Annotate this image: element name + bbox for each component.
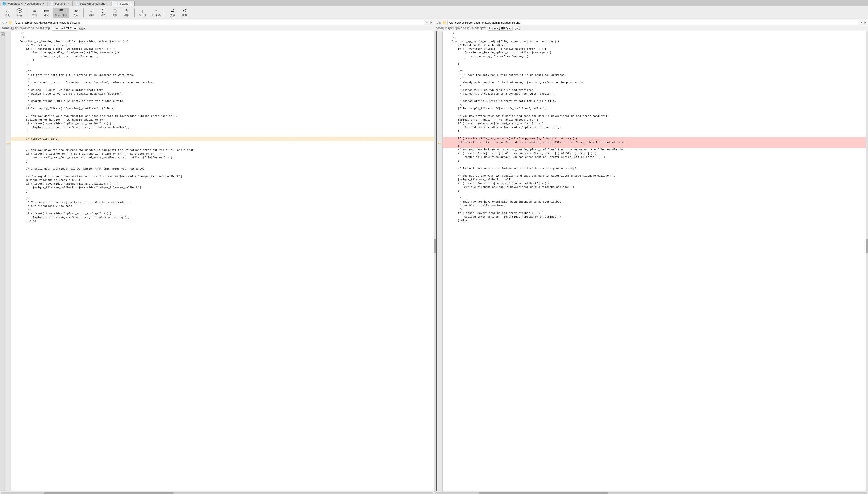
toolbar-reload-btn[interactable]: ↺ 重载 bbox=[179, 8, 190, 18]
code-line: */ bbox=[11, 36, 434, 40]
code-line bbox=[443, 170, 866, 174]
code-line: if ( ! function_exists( 'wp_handle_uploa… bbox=[11, 47, 434, 51]
code-line: */ bbox=[443, 208, 866, 211]
path-right-dropdown-icon[interactable]: ▼ bbox=[860, 21, 862, 24]
code-line: } bbox=[443, 189, 866, 193]
h-scrollbar-left[interactable] bbox=[0, 491, 434, 494]
format-icon: ⟨⟩ bbox=[101, 9, 105, 13]
toolbar-diff-btn[interactable]: ≠ 差别 bbox=[29, 8, 40, 18]
left-h-track[interactable] bbox=[1, 492, 433, 494]
toolbar-session-btn[interactable]: 💬 会话 bbox=[14, 8, 25, 18]
path-right-folder-icon: 📁 bbox=[443, 21, 447, 24]
code-line: // Install user overrides. Did we mentio… bbox=[443, 167, 866, 170]
tab-close-2[interactable]: ✕ bbox=[67, 2, 69, 5]
code-line bbox=[443, 193, 866, 196]
code-line: } bbox=[11, 62, 434, 66]
right-encoding-select[interactable]: Unicode (UTF-8) bbox=[488, 26, 513, 31]
right-code-scroll[interactable]: * */ function _wp_handle_upload( &$file,… bbox=[443, 31, 866, 491]
left-margin: − bbox=[0, 31, 5, 491]
code-line: function _wp_handle_upload( &$file, $ove… bbox=[443, 40, 866, 43]
code-line: * but historically has been. bbox=[11, 205, 434, 208]
next-diff-icon: ↓ bbox=[141, 9, 144, 13]
code-line: * Filters the data for a file before it … bbox=[443, 73, 866, 77]
toolbar-sep-3 bbox=[134, 8, 135, 17]
tab-wordpress[interactable]: 🌐 wordpress <--> Documents ✕ bbox=[0, 1, 47, 6]
path-left: ◁ ▷ 📁 ▼ ⚙ bbox=[2, 20, 432, 25]
left-encoding-select[interactable]: Unicode (UTF-8) bbox=[52, 26, 77, 31]
toolbar-format-label: 格式 bbox=[100, 14, 106, 17]
right-date: 2020年12月5日 下午5:04:47 bbox=[436, 27, 470, 30]
path-right-input[interactable] bbox=[448, 20, 859, 25]
code-line bbox=[11, 171, 434, 175]
code-line: $upload_error_strings = $overrides['uplo… bbox=[11, 216, 434, 220]
left-vscroll[interactable] bbox=[434, 31, 436, 491]
toolbar-edit-btn[interactable]: ✎ 编辑 bbox=[121, 8, 132, 18]
code-line: $unique_filename_callback = null; bbox=[11, 178, 434, 182]
toolbar-home-btn[interactable]: ⌂ 主页 bbox=[2, 8, 13, 18]
code-line: } bbox=[11, 190, 434, 193]
toolbar-diff-label: 差别 bbox=[32, 14, 37, 17]
tab-label-1: wordpress <--> Documents bbox=[8, 2, 41, 5]
toolbar-show-diff-label: 显示上下文 bbox=[55, 14, 68, 17]
left-code-scroll[interactable]: * */ function _wp_handle_upload( &$file,… bbox=[11, 31, 434, 491]
code-line: // You may define your own function and … bbox=[443, 174, 866, 178]
left-h-thumb[interactable] bbox=[44, 492, 173, 494]
code-line: $upload_error_handler = 'wp_handle_uploa… bbox=[443, 118, 866, 122]
tab-file[interactable]: 📄 file.php ✕ bbox=[112, 1, 135, 6]
path-left-gear-icon[interactable]: ⚙ bbox=[429, 21, 432, 24]
left-scroll-area: ⇒ * */ function _wp_handle_upload( &$fil… bbox=[5, 31, 436, 491]
code-line: } bbox=[443, 144, 866, 148]
code-line: if ( isset( $file['error'] ) && ! is_num… bbox=[443, 152, 866, 155]
path-left-dropdown-icon[interactable]: ▼ bbox=[426, 21, 428, 24]
right-h-track[interactable] bbox=[435, 492, 867, 494]
code-line: // (empty diff line) bbox=[11, 137, 434, 141]
toolbar-copy-btn[interactable]: ⊕ 复制 bbox=[110, 8, 120, 18]
left-margin-btn[interactable]: − bbox=[1, 32, 5, 36]
toolbar-rules-btn[interactable]: ≡ 规则 bbox=[86, 8, 97, 18]
h-scrollbar-right[interactable] bbox=[434, 491, 868, 494]
code-line: if ( isset( $file['error'] ) && ! is_num… bbox=[11, 152, 434, 156]
path-left-input[interactable] bbox=[13, 20, 425, 25]
tab-icon-4: 📄 bbox=[115, 2, 118, 5]
toolbar-next-btn[interactable]: ≫ 次更 bbox=[71, 8, 81, 18]
toolbar-show-diff-btn[interactable]: ☰ 显示上下文 bbox=[53, 8, 70, 18]
toolbar-next-diff-btn[interactable]: ↓ 下一段 bbox=[137, 8, 148, 18]
rules-icon: ≡ bbox=[90, 9, 93, 13]
code-line bbox=[11, 141, 434, 145]
code-line: return call_user_func_array( $upload_err… bbox=[11, 156, 434, 160]
tab-post[interactable]: 📄 post.php ✕ bbox=[48, 1, 72, 6]
code-line: if ( isset( $overrides['unique_filename_… bbox=[443, 182, 866, 185]
tab-label-3: class-wp-screen.php bbox=[80, 2, 105, 5]
toolbar-swap-btn[interactable]: ⇄ 交换 bbox=[167, 8, 178, 18]
code-line: * bbox=[11, 96, 434, 99]
code-line bbox=[11, 193, 434, 197]
code-line: */ bbox=[11, 208, 434, 212]
code-line: $file = apply_filters( "{$action}_prefil… bbox=[11, 107, 434, 111]
right-vscroll[interactable] bbox=[866, 31, 868, 491]
prev-diff-icon: ↑ bbox=[155, 9, 157, 13]
toolbar-merge-btn[interactable]: ⟺ 相同 bbox=[41, 8, 52, 18]
tab-class-wp[interactable]: 📄 class-wp-screen.php ✕ bbox=[72, 1, 112, 6]
right-vscroll-thumb[interactable] bbox=[866, 239, 868, 253]
code-line: // You may define your own function and … bbox=[11, 175, 434, 178]
code-line: } bbox=[443, 129, 866, 133]
left-size: 84,296 字节 bbox=[36, 27, 50, 30]
code-line bbox=[443, 163, 866, 167]
tab-close-1[interactable]: ✕ bbox=[42, 2, 44, 5]
toolbar-prev-diff-btn[interactable]: ↑ 上一部分 bbox=[149, 8, 163, 18]
left-vscroll-thumb[interactable] bbox=[434, 239, 436, 253]
code-line: } bbox=[443, 62, 866, 66]
code-line: $upload_error_handler = $overrides['uplo… bbox=[443, 126, 866, 129]
tab-close-3[interactable]: ✕ bbox=[107, 2, 109, 5]
code-line: * @since 2.9.0 as 'wp_handle_upload_pref… bbox=[443, 88, 866, 92]
toolbar-copy-label: 复制 bbox=[112, 14, 117, 17]
reload-icon: ↺ bbox=[183, 9, 187, 13]
code-line: // The default error handler. bbox=[11, 43, 434, 47]
path-right-gear-icon[interactable]: ⚙ bbox=[863, 21, 866, 24]
code-line: * Filters the data for a file before it … bbox=[11, 73, 434, 77]
toolbar-prev-diff-label: 上一部分 bbox=[151, 14, 161, 17]
toolbar-format-btn[interactable]: ⟨⟩ 格式 bbox=[97, 8, 109, 18]
right-h-thumb[interactable] bbox=[478, 492, 608, 494]
code-line: return call_user_func_array( $upload_err… bbox=[443, 155, 866, 159]
tab-close-4[interactable]: ✕ bbox=[130, 2, 132, 5]
